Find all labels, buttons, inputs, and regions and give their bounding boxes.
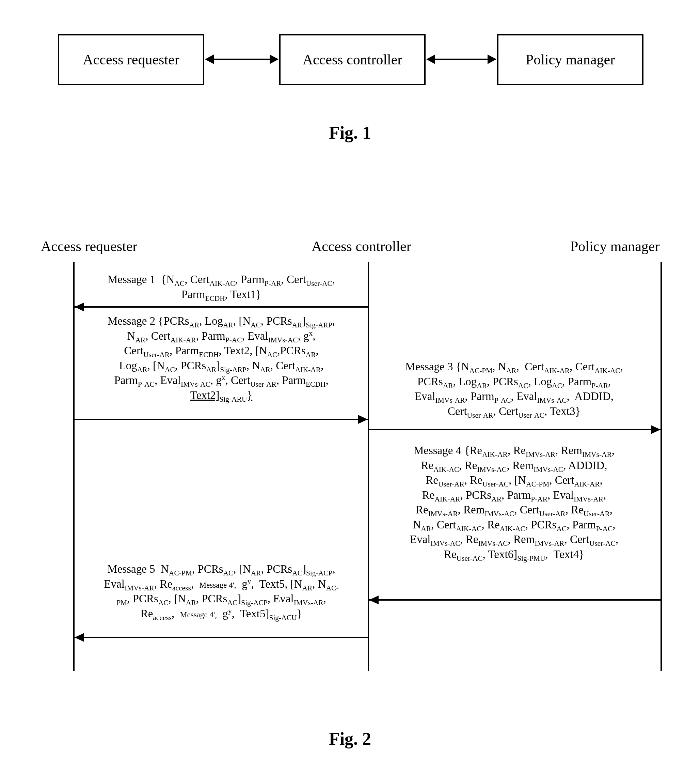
- figure-1-caption: Fig. 1: [38, 123, 662, 143]
- message-2-text: Message 2 {PCRsAR, LogAR, [NAC, PCRsAR]S…: [82, 314, 361, 403]
- lifeline-controller: [368, 262, 369, 671]
- message-5-label: Message 5: [107, 563, 155, 575]
- node-access-controller: Access controller: [279, 34, 426, 85]
- message-3-label: Message 3: [405, 360, 453, 373]
- message-2-label: Message 2: [108, 315, 155, 327]
- figure-2-caption: Fig. 2: [38, 729, 662, 749]
- message-4-text: Message 4 {ReAIK-AR, ReIMVs-AR, RemIMVs-…: [375, 443, 654, 562]
- message-5-text: Message 5 NAC-PM, PCRsAC, [NAR, PCRsAC]S…: [82, 562, 361, 621]
- figure-1-architecture: Access requester Access controller Polic…: [58, 34, 637, 102]
- bidirectional-arrow-icon: [206, 59, 278, 60]
- node-label: Policy manager: [526, 51, 615, 68]
- lifeline-label-policy: Policy manager: [570, 238, 659, 255]
- figure-2-sequence: Access requester Access controller Polic…: [41, 238, 664, 688]
- bidirectional-arrow-icon: [427, 59, 496, 60]
- message-1-text: Message 1 {NAC, CertAIK-AC, ParmP-AR, Ce…: [82, 272, 361, 302]
- lifeline-label-controller: Access controller: [312, 238, 411, 255]
- arrow-left-icon: [75, 637, 368, 638]
- node-label: Access controller: [303, 51, 402, 68]
- node-label: Access requester: [83, 51, 179, 68]
- lifeline-policy: [661, 262, 662, 671]
- lifeline-label-requester: Access requester: [41, 238, 137, 255]
- lifeline-requester: [73, 262, 75, 671]
- message-1-label: Message 1: [108, 273, 155, 286]
- arrow-right-icon: [369, 429, 661, 430]
- message-4-label: Message 4: [414, 444, 461, 456]
- node-access-requester: Access requester: [58, 34, 204, 85]
- message-3-text: Message 3 {NAC-PM, NAR, CertAIK-AR, Cert…: [375, 360, 654, 419]
- node-policy-manager: Policy manager: [497, 34, 643, 85]
- arrow-right-icon: [75, 419, 368, 420]
- arrow-left-icon: [369, 599, 661, 600]
- arrow-left-icon: [75, 306, 368, 307]
